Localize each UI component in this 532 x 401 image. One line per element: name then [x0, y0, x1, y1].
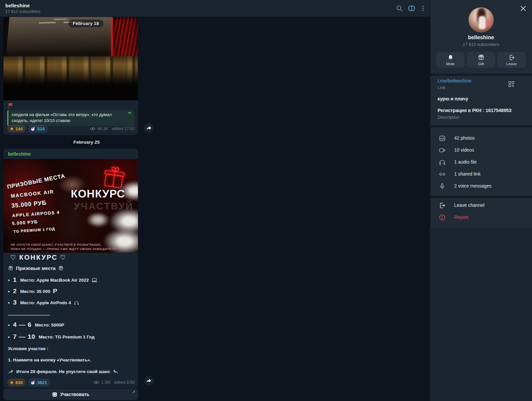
edited-label: edited 8:58	[114, 380, 135, 385]
stat-audio[interactable]: 1 audio file	[430, 156, 532, 168]
section-divider	[430, 125, 532, 128]
quote-block: сходила на фильм «Оставь это ветру», кто…	[7, 110, 134, 126]
date-badge[interactable]: February 25	[69, 138, 104, 146]
chat-header: belleshine 17 612 subscribers	[0, 0, 430, 17]
conditions-header: Условия участия :	[8, 346, 133, 351]
prize-line-3: • 3 Место: Apple AirPods 4	[8, 299, 133, 306]
star-icon: ★	[10, 380, 14, 385]
reaction-unicorn[interactable]: 3821	[28, 378, 50, 386]
channel-link[interactable]: t.me/belleeshine	[438, 78, 471, 83]
channel-description: Регистрация в РКН : 1617548953	[438, 108, 511, 113]
microphone-icon	[439, 183, 446, 190]
deadline-line: Итоги 28 февраля. Не упустите свой шанс	[8, 369, 133, 374]
prize-text: Место: TG Premium 1 Год	[39, 334, 95, 339]
chat-area: belleshine 17 612 subscribers	[0, 0, 430, 401]
prize-line-5: • 7 — 10 Место: TG Premium 1 Год	[8, 333, 133, 340]
message-meta: 48.1K edited 17:52	[90, 126, 135, 131]
alert-icon	[439, 214, 446, 221]
text-divider	[8, 315, 50, 316]
views-eye-icon	[93, 380, 99, 384]
poster-caption: НЕ УПУСТИ СВОЙ ШАНС! УЧАСТВУЙ В РОЗЫГРЫШ…	[11, 243, 101, 246]
prize-text: Место: 35 000	[20, 289, 50, 294]
description-label: Description	[438, 115, 459, 120]
pushpin-icon	[8, 369, 14, 374]
leave-icon	[439, 202, 446, 209]
forward-button[interactable]	[144, 123, 154, 133]
reaction-unicorn[interactable]: 514	[28, 125, 48, 133]
contest-poster-image[interactable]: КОНКУРС УЧАСТВУЙ ПРИЗОВЫЕ МЕСТА MACBOOK …	[3, 159, 138, 253]
bullet: •	[8, 322, 10, 328]
poster-ghost-title: УЧАСТВУЙ	[74, 201, 133, 212]
bell-icon	[447, 54, 454, 61]
search-icon[interactable]	[395, 4, 403, 12]
stat-voice[interactable]: 2 voice messages	[430, 180, 532, 192]
link-label: Link	[438, 85, 446, 90]
heart-icon: ♡	[60, 254, 67, 261]
stat-label: 2 voice messages	[454, 183, 491, 189]
message-body: сходила на фильм «Оставь это ветру», кто…	[3, 100, 138, 135]
join-contest-button[interactable]: Участвовать ↗	[3, 389, 138, 400]
reaction-star[interactable]: ★ 144	[7, 125, 26, 133]
gift-label: Gift	[478, 62, 484, 66]
headphones-icon	[74, 300, 79, 305]
mute-button[interactable]: Mute	[436, 52, 465, 68]
channel-bio: курю и плачу	[438, 96, 468, 101]
date-badge[interactable]: February 18	[68, 20, 103, 27]
stat-label: 10 videos	[454, 147, 474, 153]
poster-line: MACBOOK AIR	[10, 189, 54, 199]
contest-heading: ♡ КОНКУРС ♡	[8, 254, 133, 261]
channel-avatar[interactable]	[468, 7, 494, 33]
message-footer: ★ 144 514 48.1K edited 17:	[7, 125, 135, 133]
reaction-star[interactable]: ★ 830	[7, 378, 26, 386]
panel-subscribers: 17 612 subscribers	[430, 42, 532, 47]
message-meta: 1.3M edited 8:58	[93, 380, 135, 385]
prize-line-1: • 1 Место: Apple MacBook Air 2022	[8, 276, 133, 284]
panel-channel-name: belleshine	[430, 35, 532, 41]
stat-videos[interactable]: 10 videos	[430, 144, 532, 156]
leave-icon	[508, 54, 515, 61]
condition-line: 1. Нажмите на кнопку «Участвовать».	[8, 357, 133, 362]
prize-text: Место: 5000Р	[35, 323, 64, 328]
stat-photos[interactable]: 42 photos	[430, 132, 532, 144]
channel-info-panel: belleshine 17 612 subscribers Mute Gift …	[430, 0, 532, 401]
poster-line: TG PREMIUM 1 ГОД	[13, 227, 55, 234]
stat-label: 1 audio file	[454, 159, 477, 165]
prize-number: 7 — 10	[13, 333, 35, 340]
cloud	[86, 212, 110, 227]
close-icon[interactable]	[519, 4, 527, 12]
prize-line-2: • 2 Место: 35 000 Р	[8, 288, 133, 295]
cinema-photo[interactable]	[3, 17, 138, 100]
quote-text: сходила на фильм «Оставь это ветру», кто…	[12, 112, 124, 124]
reaction-count: 830	[16, 380, 23, 385]
kebab-menu-icon[interactable]	[419, 4, 427, 12]
reaction-count: 514	[37, 126, 45, 131]
edited-label: edited 17:52	[112, 126, 135, 131]
sidebar-toggle-icon[interactable]	[408, 4, 416, 12]
bullet: •	[8, 289, 10, 294]
video-camera-icon	[439, 147, 446, 154]
message-footer: ★ 830 3821 1.3M edited 8:58	[7, 378, 135, 387]
views-count: 48.1K	[97, 126, 108, 131]
prize-number: 2	[13, 288, 17, 295]
prize-line-4: • 4 — 6 Место: 5000Р	[8, 321, 133, 329]
gift-icon	[58, 266, 64, 271]
poster-line: 5.000 РУБ	[12, 219, 38, 226]
leave-button[interactable]: Leave	[497, 52, 526, 68]
star-icon: ★	[10, 126, 14, 131]
prizes-header-text: Призовые места	[16, 266, 56, 271]
gift-icon	[8, 266, 13, 271]
bullet: •	[8, 300, 10, 306]
leave-channel-row[interactable]: Leave channel	[430, 200, 532, 211]
poster-title: КОНКУРС	[71, 188, 125, 200]
message-author[interactable]: belleshine	[8, 151, 31, 157]
message-cinema: сходила на фильм «Оставь это ветру», кто…	[3, 17, 138, 135]
forward-button[interactable]	[144, 376, 154, 386]
laptop-icon	[91, 278, 97, 283]
gift-button[interactable]: Gift	[467, 52, 495, 68]
message-contest: belleshine КОНКУРС УЧАСТВУЙ ПРИЗОВЫЕ МЕС…	[3, 149, 138, 388]
stat-links[interactable]: 1 shared link	[430, 168, 532, 180]
reaction-count: 144	[16, 126, 23, 131]
qr-code-icon[interactable]	[507, 80, 516, 88]
report-label: Report	[454, 214, 468, 220]
report-row[interactable]: Report	[430, 211, 532, 223]
